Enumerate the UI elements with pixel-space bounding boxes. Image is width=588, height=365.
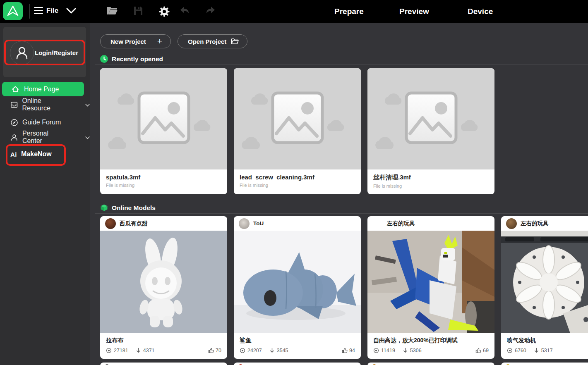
missing-thumbnail-placeholder — [234, 68, 361, 169]
open-folder-icon — [231, 38, 239, 45]
downloads-count: 5306 — [410, 348, 422, 353]
undo-icon[interactable] — [179, 5, 190, 19]
new-project-button[interactable]: New Project + — [100, 34, 171, 48]
main-content: New Project + Open Project Recently open… — [90, 23, 588, 365]
views-count: 24207 — [247, 348, 262, 353]
top-toolbar: File — [0, 0, 588, 23]
model-image-labubu — [100, 231, 227, 333]
section-divider — [95, 64, 588, 65]
project-name: spatula.3mf — [106, 174, 227, 181]
online-models-header: Online Models — [100, 204, 156, 212]
file-menu[interactable]: File — [46, 7, 58, 15]
model-stats: 6760 5317 — [507, 348, 588, 353]
author-avatar — [506, 218, 517, 229]
sidebar-item-label: Personal Center — [22, 130, 70, 145]
downloads-icon — [136, 348, 141, 353]
missing-thumbnail-placeholder — [367, 68, 494, 169]
online-model-card[interactable]: 左右的玩具 — [501, 216, 588, 359]
views-count: 6760 — [515, 348, 526, 353]
model-stats: 11419 5306 69 — [373, 348, 489, 353]
person-icon — [10, 134, 18, 141]
sidebar-item-label: Online Resource — [22, 97, 70, 112]
likes-count: 94 — [349, 348, 355, 353]
open-folder-icon[interactable] — [106, 5, 118, 18]
chevron-down-icon[interactable] — [66, 8, 76, 15]
online-model-card[interactable] — [100, 363, 227, 365]
sidebar-item-makenow[interactable]: Ai MakeNow — [0, 147, 90, 162]
project-status: File is missing — [373, 184, 494, 188]
sidebar-item-home-page[interactable]: Home Page — [2, 82, 84, 96]
downloads-icon — [269, 348, 275, 353]
redo-icon[interactable] — [205, 5, 216, 19]
model-card-footer: 拉布布 27181 4371 70 — [100, 333, 227, 353]
sidebar-item-personal-center[interactable]: Personal Center — [0, 130, 90, 145]
model-card-footer: 鲨鱼 24207 3545 94 — [234, 333, 361, 353]
chevron-down-icon — [75, 134, 90, 141]
makenow-ai-icon: Ai — [10, 151, 17, 158]
model-card-header: 西瓜有点甜 — [100, 216, 227, 231]
views-icon — [507, 348, 513, 353]
model-stats: 24207 3545 94 — [240, 348, 355, 353]
likes-icon — [208, 348, 214, 353]
sidebar-item-guide-forum[interactable]: Guide Forum — [0, 115, 90, 130]
recent-project-card[interactable]: lead_screw_cleaning.3mf File is missing — [234, 68, 361, 194]
new-project-label: New Project — [110, 38, 146, 45]
project-name: 丝杆清理.3mf — [373, 174, 494, 181]
tab-prepare[interactable]: Prepare — [334, 0, 364, 23]
model-card-header: ToU — [234, 216, 361, 231]
menu-icon[interactable] — [34, 7, 43, 16]
author-name: 西瓜有点甜 — [120, 220, 148, 227]
model-stats: 27181 4371 70 — [106, 348, 221, 353]
save-icon[interactable] — [133, 5, 144, 18]
section-title: Recently opened — [112, 55, 163, 63]
recent-project-card[interactable]: 丝杆清理.3mf File is missing — [367, 68, 494, 194]
downloads-icon — [403, 348, 408, 353]
author-name: 左右的玩具 — [521, 220, 549, 227]
open-project-label: Open Project — [188, 38, 226, 45]
open-project-button[interactable]: Open Project — [178, 34, 247, 48]
online-model-card[interactable]: 西瓜有点甜 拉布布 27181 — [100, 216, 227, 359]
login-register-label: Login/Register — [35, 49, 78, 56]
author-name: ToU — [253, 220, 264, 227]
home-icon — [12, 86, 19, 93]
views-count: 27181 — [114, 348, 128, 353]
model-title: 鲨鱼 — [240, 337, 355, 344]
login-register-button[interactable]: Login/Register — [3, 27, 86, 77]
sidebar-item-online-resource[interactable]: Online Resource — [0, 97, 90, 112]
tab-device[interactable]: Device — [468, 0, 493, 23]
recently-opened-header: Recently opened — [100, 55, 163, 63]
likes-count: 69 — [483, 348, 489, 353]
clock-icon — [100, 55, 108, 63]
author-avatar — [372, 218, 383, 229]
likes-count: 70 — [216, 348, 221, 353]
app-logo-icon[interactable] — [3, 2, 23, 20]
tab-preview[interactable]: Preview — [399, 0, 429, 23]
project-status: File is missing — [106, 183, 227, 188]
online-model-card[interactable] — [234, 363, 361, 365]
views-icon — [240, 348, 245, 353]
likes-icon — [475, 348, 481, 353]
online-model-card[interactable] — [501, 363, 588, 365]
views-count: 11419 — [381, 348, 395, 353]
recent-project-card[interactable]: spatula.3mf File is missing — [100, 68, 227, 194]
model-title: 自由高达，放大200%已打印调试 — [373, 337, 489, 344]
sidebar-item-label: MakeNow — [21, 150, 52, 158]
project-status: File is missing — [240, 183, 361, 188]
toolbar-divider — [85, 4, 85, 19]
plus-icon: + — [157, 36, 162, 46]
user-icon — [14, 45, 30, 61]
downloads-count: 5317 — [541, 348, 553, 353]
missing-thumbnail-placeholder — [100, 68, 227, 169]
cube-icon — [100, 204, 108, 212]
toolbar-divider — [29, 4, 30, 19]
sidebar: Login/Register Home Page Online Resource… — [0, 23, 90, 365]
online-model-card[interactable]: 左右的玩具 — [367, 216, 494, 359]
online-model-card[interactable]: ToU 鲨鱼 24207 — [234, 216, 361, 359]
online-resource-icon — [10, 101, 18, 109]
model-image-shark — [234, 231, 361, 333]
downloads-count: 4371 — [143, 348, 155, 353]
settings-gear-icon[interactable] — [158, 5, 170, 19]
views-icon — [373, 348, 379, 353]
model-card-header: 左右的玩具 — [501, 216, 588, 231]
online-model-card[interactable] — [367, 363, 494, 365]
